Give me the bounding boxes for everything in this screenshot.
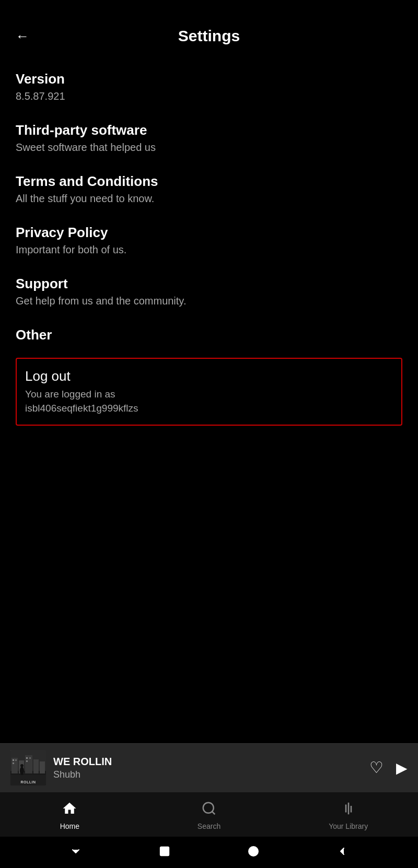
terms-label: Terms and Conditions [16,173,402,190]
circle-icon [246,844,261,859]
logout-subtitle-line2: isbl406seqfiekt1g999kflzs [25,403,138,414]
system-back-button[interactable] [335,844,350,859]
system-square-button[interactable] [157,844,172,859]
other-section: Other [16,327,402,343]
version-label: Version [16,71,402,87]
square-icon [157,844,172,859]
privacy-item[interactable]: Privacy Policy Important for both of us. [16,225,402,256]
home-icon [62,801,77,819]
terms-subtitle: All the stuff you need to know. [16,193,402,205]
third-party-label: Third-party software [16,122,402,138]
logout-subtitle: You are logged in as isbl406seqfiekt1g99… [25,388,393,415]
privacy-subtitle: Important for both of us. [16,244,402,256]
bottom-nav: Home Search Your Library [0,792,418,837]
privacy-label: Privacy Policy [16,225,402,241]
svg-point-17 [203,803,214,813]
settings-header: ← Settings [0,0,418,61]
track-artist: Shubh [53,769,362,780]
nav-search-label: Search [198,822,220,830]
nav-library[interactable]: Your Library [278,801,418,830]
logout-subtitle-line1: You are logged in as [25,389,115,400]
system-down-button[interactable] [68,844,83,859]
logout-item[interactable]: Log out You are logged in as isbl406seqf… [16,358,402,426]
svg-rect-11 [29,757,31,759]
svg-rect-9 [13,763,14,764]
version-value: 8.5.87.921 [16,90,402,102]
play-icon: ▶ [396,760,408,776]
back-button[interactable]: ← [16,29,29,43]
track-name: WE ROLLIN [53,756,362,768]
svg-rect-10 [26,757,28,759]
svg-rect-2 [11,758,18,773]
svg-point-14 [20,767,24,775]
library-icon [341,801,356,819]
svg-line-18 [212,812,215,814]
heart-icon: ♡ [369,759,384,776]
svg-rect-22 [160,847,169,856]
svg-text:ROLLIN: ROLLIN [20,780,36,784]
logout-label: Log out [25,368,393,384]
settings-content: Version 8.5.87.921 Third-party software … [0,61,418,743]
svg-rect-7 [13,759,14,761]
like-button[interactable]: ♡ [369,760,384,776]
third-party-item[interactable]: Third-party software Sweet software that… [16,122,402,154]
nav-home[interactable]: Home [0,801,140,830]
page-title: Settings [178,27,240,45]
support-subtitle: Get help from us and the community. [16,295,402,307]
version-item: Version 8.5.87.921 [16,71,402,102]
svg-rect-6 [40,761,45,773]
album-art: ROLLIN [10,750,46,785]
nav-library-label: Your Library [329,822,368,830]
album-art-svg: ROLLIN [10,750,46,785]
back-arrow-icon: ← [16,29,29,43]
now-playing-controls: ♡ ▶ [369,759,408,777]
svg-rect-8 [15,759,17,761]
svg-rect-12 [26,760,28,762]
play-button[interactable]: ▶ [396,759,408,777]
svg-point-23 [249,847,258,856]
search-icon [201,801,217,819]
chevron-down-icon [68,844,83,859]
nav-search[interactable]: Search [140,801,279,830]
system-nav-bar [0,837,418,868]
system-circle-button[interactable] [246,844,261,859]
track-info: WE ROLLIN Shubh [53,756,362,780]
support-label: Support [16,276,402,292]
other-heading: Other [16,327,402,343]
triangle-back-icon [335,844,350,859]
nav-home-label: Home [60,822,79,830]
support-item[interactable]: Support Get help from us and the communi… [16,276,402,307]
svg-point-15 [20,764,24,767]
svg-rect-5 [33,759,39,773]
third-party-subtitle: Sweet software that helped us [16,142,402,154]
now-playing-bar[interactable]: ROLLIN WE ROLLIN Shubh ♡ ▶ [0,743,418,792]
terms-item[interactable]: Terms and Conditions All the stuff you n… [16,173,402,205]
